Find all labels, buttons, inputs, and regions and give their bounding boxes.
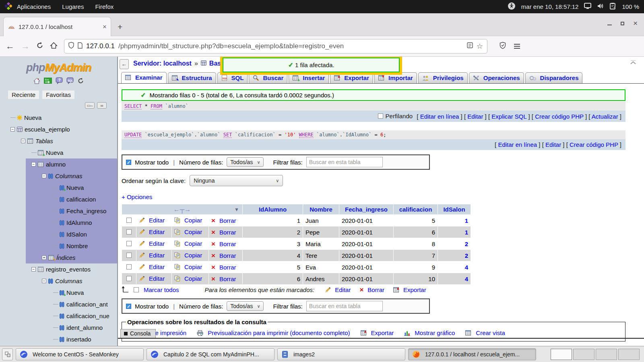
tree-item-calificacion[interactable]: calificacion — [26, 193, 117, 205]
reload-button[interactable] — [36, 42, 43, 51]
tree-item-insertado[interactable]: insertado — [0, 333, 117, 345]
sidebar-tab-reciente[interactable]: Reciente — [8, 90, 39, 99]
row-action-copiar[interactable]: Copiar — [174, 252, 202, 259]
new-tab-button[interactable]: + — [118, 22, 122, 32]
sidebar-tab-favoritas[interactable]: Favoritas — [42, 90, 74, 99]
column-header-nombre[interactable]: Nombre — [303, 204, 339, 215]
sql-link-actualizar[interactable]: Actualizar — [592, 113, 618, 120]
collapse-all-button[interactable]: ▭– — [85, 102, 95, 109]
row-action-editar[interactable]: Editar — [139, 252, 165, 259]
show-all-checkbox[interactable]: ✓ — [126, 304, 131, 309]
back-button[interactable]: ← — [6, 42, 14, 51]
sort-icon[interactable]: ▼ — [234, 207, 239, 212]
row-action-copiar[interactable]: Copiar — [174, 217, 202, 224]
show-desktop-button[interactable] — [2, 348, 13, 360]
console-toggle[interactable]: Consola — [120, 329, 156, 338]
shield-icon[interactable] — [68, 42, 74, 51]
idsalon-link[interactable]: 4 — [465, 264, 468, 271]
expander-collapse-icon[interactable]: − — [21, 139, 25, 143]
home-button[interactable] — [50, 42, 58, 51]
expander-collapse-icon[interactable]: − — [42, 279, 46, 283]
options-toggle-link[interactable]: + Opciones — [122, 193, 644, 200]
idsalon-link[interactable]: 1 — [465, 229, 468, 236]
tree-item-nueva[interactable]: Nueva — [0, 112, 117, 123]
workspace-1[interactable] — [551, 349, 572, 360]
expander-collapse-icon[interactable]: − — [42, 174, 46, 178]
row-checkbox[interactable] — [126, 253, 132, 258]
tree-item-nueva[interactable]: +Nueva — [0, 287, 117, 298]
operation-exportar[interactable]: ▲Exportar — [361, 329, 394, 336]
row-action-copiar[interactable]: Copiar — [174, 240, 202, 247]
row-checkbox[interactable] — [126, 264, 132, 269]
taskbar-window-0[interactable]: Welcome to CentOS - SeaMonkey — [16, 348, 144, 360]
clock[interactable]: mar ene 10, 18:57:12 — [521, 3, 579, 10]
sql-link-editar-en-l-nea[interactable]: Editar en línea — [420, 113, 459, 120]
clipboard-icon[interactable] — [610, 2, 616, 11]
column-header-idalumno[interactable]: IdAlumno — [243, 204, 303, 215]
tree-item-escuela-ejemplo[interactable]: −escuela_ejemplo — [0, 123, 117, 135]
breadcrumb-database[interactable]: Bas — [209, 60, 221, 67]
mark-all-checkbox[interactable] — [134, 287, 139, 292]
tab-importar[interactable]: ▼Importar — [374, 72, 417, 83]
tree-item-columnas[interactable]: −Columnas — [0, 275, 117, 287]
tree-item-nueva[interactable]: +Nueva — [26, 182, 117, 193]
row-checkbox[interactable] — [126, 218, 132, 223]
idsalon-link[interactable]: 2 — [465, 241, 468, 247]
mark-all-link[interactable]: Marcar todos — [144, 286, 179, 293]
operation-mostrar-gr-fico[interactable]: Mostrar gráfico — [404, 329, 455, 336]
tab-close-icon[interactable]: × — [103, 23, 107, 30]
row-checkbox[interactable] — [126, 276, 132, 281]
taskbar-window-2[interactable]: images2 — [277, 348, 405, 360]
browser-tab[interactable]: PMA 127.0.0.1 / localhost × — [3, 17, 111, 36]
row-action-editar[interactable]: Editar — [139, 275, 165, 282]
topbar-menu-aplicaciones[interactable]: Aplicaciones — [17, 3, 51, 10]
tree-item-alumno[interactable]: −alumno — [26, 158, 117, 170]
forward-button[interactable]: → — [21, 42, 30, 51]
tree-item-nueva[interactable]: +Nueva — [0, 147, 117, 158]
window-minimize-button[interactable] — [607, 21, 612, 25]
url-bar[interactable]: 127.0.0.1 /phpmyadmin/tbl_structure.php?… — [64, 39, 487, 53]
operation-previsualizaci-n-para-imprimir-documento-completo-[interactable]: Previsualización para imprimir (document… — [197, 329, 350, 336]
marked-action-exportar[interactable]: ▲Exportar — [393, 286, 426, 293]
topbar-menu-firefox[interactable]: Firefox — [95, 3, 114, 10]
row-action-editar[interactable]: Editar — [139, 217, 165, 224]
sql-link-explicar-sql[interactable]: Explicar SQL — [491, 113, 526, 120]
breadcrumb-server[interactable]: Servidor: localhost — [133, 60, 192, 67]
show-all-checkbox[interactable]: ✓ — [126, 160, 131, 165]
sql-link-editar-en-l-nea[interactable]: Editar en línea — [498, 141, 537, 148]
marked-action-editar[interactable]: Editar — [325, 286, 351, 293]
row-action-borrar[interactable]: ×Borrar — [211, 252, 236, 259]
topbar-menu-lugares[interactable]: Lugares — [62, 3, 84, 10]
reader-mode-icon[interactable] — [467, 42, 473, 50]
sort-key-select[interactable]: Ninguna∨ — [190, 175, 283, 186]
tab-examinar[interactable]: Examinar — [121, 72, 167, 83]
tree-item-fecha-ingreso[interactable]: Fecha_ingreso — [26, 205, 117, 217]
tab-disparadores[interactable]: Disparadores — [525, 72, 583, 83]
protection-shield-icon[interactable] — [500, 42, 506, 51]
row-action-borrar[interactable]: ×Borrar — [211, 217, 236, 224]
tab-sql[interactable]: SQLSQL — [217, 72, 248, 83]
home-icon[interactable] — [33, 78, 40, 86]
tree-item-tablas[interactable]: −Tablas — [0, 135, 117, 147]
sql-link-editar[interactable]: Editar — [545, 141, 561, 148]
expander-collapse-icon[interactable]: − — [10, 127, 15, 132]
page-icon[interactable] — [78, 42, 83, 51]
tree-item-idalumno[interactable]: IdAlumno — [26, 217, 117, 228]
row-action-borrar[interactable]: ×Borrar — [211, 276, 236, 282]
help-icon[interactable]: ? — [56, 77, 63, 86]
row-action-borrar[interactable]: ×Borrar — [211, 229, 236, 236]
volume-icon[interactable] — [597, 3, 604, 10]
taskbar-window-1[interactable]: Capitulo 2 de SQL com MyAdminPH... — [147, 348, 275, 360]
idsalon-link[interactable]: 4 — [465, 276, 468, 282]
idsalon-link[interactable]: 1 — [465, 217, 468, 224]
sql-link-crear-c-digo-php[interactable]: Crear código PHP — [570, 141, 618, 148]
tab-privilegios[interactable]: Privilegios — [418, 72, 468, 83]
marked-action-borrar[interactable]: ×Borrar — [359, 286, 384, 293]
bookmark-star-icon[interactable]: ☆ — [477, 42, 483, 51]
tree-item-ident-alumno[interactable]: ident_alumno — [0, 322, 117, 333]
tree-item-columnas[interactable]: −Columnas — [26, 170, 117, 182]
display-icon[interactable] — [584, 3, 591, 10]
row-action-editar[interactable]: Editar — [139, 228, 165, 235]
row-action-copiar[interactable]: Copiar — [174, 263, 202, 270]
sql-help-icon[interactable]: SQL — [66, 77, 74, 86]
